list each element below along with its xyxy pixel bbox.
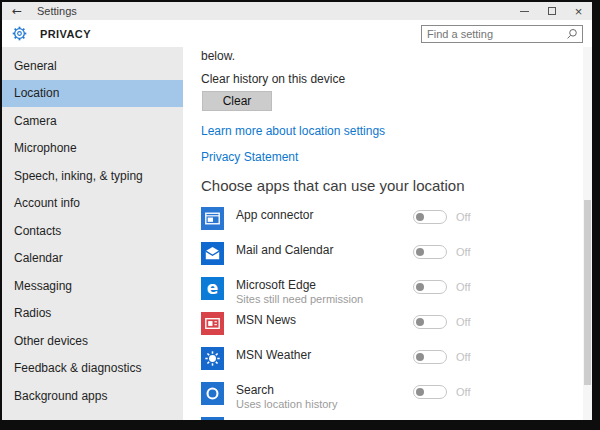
app-name: Mail and Calendar [236,243,333,257]
location-settings-content: below. Clear history on this device Clea… [183,47,592,420]
msn-weather-toggle[interactable] [413,350,447,364]
toggle-knob-icon [416,283,424,291]
maximize-button[interactable] [538,2,565,20]
sidebar-item-other-devices[interactable]: Other devices [2,327,183,355]
sidebar-item-camera[interactable]: Camera [2,107,183,135]
app-row-search: Search Uses location history Off [201,379,592,414]
gear-icon [11,25,28,42]
edge-icon: e [201,277,224,300]
app-connector-icon [201,207,224,230]
close-button[interactable]: × [565,2,592,20]
app-row-msn-news: MSN News Off [201,309,592,344]
toggle-state-label: Off [456,316,470,328]
sidebar-item-location[interactable]: Location [2,80,183,108]
minimize-button[interactable] [511,2,538,20]
toggle-state-label: Off [456,386,470,398]
sidebar-item-radios[interactable]: Radios [2,300,183,328]
sidebar-item-general[interactable]: General [2,52,183,80]
search-ring-icon [201,382,224,405]
apps-list: App connector Off Mail and Calendar [201,204,592,420]
page-header: PRIVACY [2,20,592,47]
vertical-scrollbar[interactable] [583,47,592,420]
sidebar-item-microphone[interactable]: Microphone [2,135,183,163]
app-row-app-connector: App connector Off [201,204,592,239]
sidebar-item-feedback-diagnostics[interactable]: Feedback & diagnostics [2,355,183,383]
mail-envelope-icon [201,242,224,265]
toggle-knob-icon [416,213,424,221]
clear-history-label: Clear history on this device [201,72,592,86]
titlebar: ← Settings × [2,2,592,20]
window-title: Settings [37,5,77,17]
microsoft-edge-toggle[interactable] [413,280,447,294]
search-box [421,25,583,43]
sidebar-item-contacts[interactable]: Contacts [2,217,183,245]
app-row-windows-camera: Windows Camera Off [201,414,592,420]
search-input[interactable] [422,28,566,40]
app-name: Windows Camera [236,418,331,420]
toggle-state-label: Off [456,351,470,363]
clear-button[interactable]: Clear [202,91,272,111]
app-row-mail-calendar: Mail and Calendar Off [201,239,592,274]
learn-more-link[interactable]: Learn more about location settings [201,124,385,138]
sidebar-item-account-info[interactable]: Account info [2,190,183,218]
toggle-state-label: Off [456,246,470,258]
sidebar-item-messaging[interactable]: Messaging [2,272,183,300]
app-name: Search [236,383,338,397]
sun-icon [201,347,224,370]
newspaper-icon [201,312,224,335]
back-arrow-icon[interactable]: ← [2,4,32,18]
app-name: MSN News [236,313,296,327]
search-icon[interactable] [566,28,578,40]
app-name: App connector [236,208,313,222]
toggle-knob-icon [416,388,424,396]
app-connector-toggle[interactable] [413,210,447,224]
app-name: MSN Weather [236,348,311,362]
settings-window: ← Settings × [2,2,592,420]
apps-section-heading: Choose apps that can use your location [201,177,592,194]
scrollbar-thumb[interactable] [584,200,591,385]
privacy-statement-link[interactable]: Privacy Statement [201,150,298,164]
page-title: PRIVACY [40,28,91,40]
maximize-icon [548,7,556,15]
toggle-state-label: Off [456,211,470,223]
sidebar: General Location Camera Microphone Speec… [2,47,183,420]
intro-text-fragment: below. [201,49,592,63]
app-row-microsoft-edge: e Microsoft Edge Sites still need permis… [201,274,592,309]
window-controls: × [511,2,592,20]
sidebar-item-calendar[interactable]: Calendar [2,245,183,273]
app-subtitle: Uses location history [236,398,338,410]
app-row-msn-weather: MSN Weather Off [201,344,592,379]
app-name: Microsoft Edge [236,278,363,292]
toggle-state-label: Off [456,281,470,293]
sidebar-item-background-apps[interactable]: Background apps [2,382,183,410]
toggle-knob-icon [416,318,424,326]
close-icon: × [575,5,583,18]
camera-icon [201,417,224,420]
mail-calendar-toggle[interactable] [413,245,447,259]
sidebar-item-speech-inking-typing[interactable]: Speech, inking, & typing [2,162,183,190]
search-toggle[interactable] [413,385,447,399]
toggle-knob-icon [416,353,424,361]
toggle-knob-icon [416,248,424,256]
minimize-icon [520,11,529,12]
msn-news-toggle[interactable] [413,315,447,329]
app-subtitle: Sites still need permission [236,293,363,305]
